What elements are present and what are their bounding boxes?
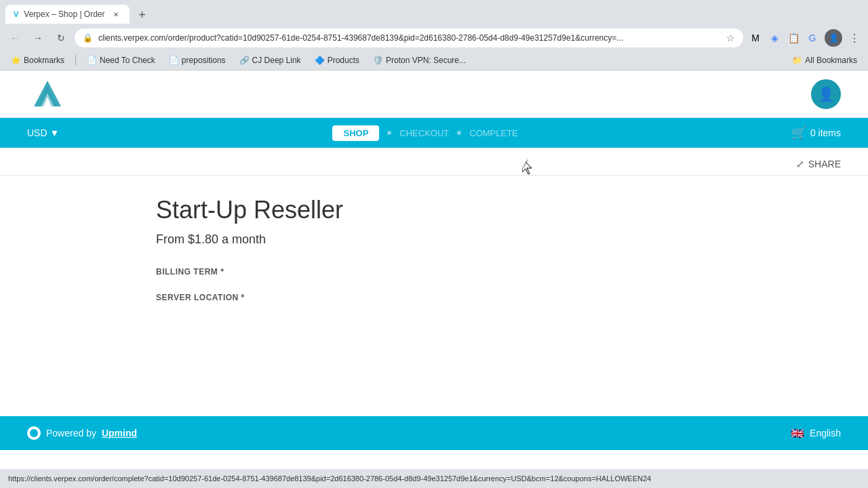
billing-term-label: BILLING TERM * <box>156 267 712 277</box>
ext-icon-4[interactable]: G <box>804 30 821 46</box>
bookmarks-folder-all-icon: 📁 <box>792 56 802 65</box>
address-icons: ☆ <box>726 33 735 43</box>
upmind-logo-icon <box>27 426 41 440</box>
price-suffix: a month <box>218 232 266 246</box>
price-prefix: From <box>156 232 188 246</box>
billing-term-group: BILLING TERM * <box>156 267 712 277</box>
tab-close-icon[interactable]: ✕ <box>111 9 121 20</box>
server-location-group: SERVER LOCATION * <box>156 293 712 302</box>
upmind-link[interactable]: Upmind <box>102 428 137 439</box>
bookmark-need-check-label: Need To Check <box>100 56 155 65</box>
cart-count: 0 items <box>810 127 841 138</box>
site-footer: Powered by Upmind 🇬🇧 English <box>0 416 868 450</box>
language-flag-icon: 🇬🇧 <box>791 427 804 440</box>
step-checkout[interactable]: CHECKOUT <box>399 128 449 138</box>
cart-icon: 🛒 <box>791 125 806 140</box>
product-price: From $1.80 a month <box>156 232 712 247</box>
bookmarks-folder-icon: ⭐ <box>11 56 21 65</box>
user-avatar-button[interactable]: 👤 <box>811 79 841 109</box>
site-header: 👤 <box>0 70 868 118</box>
bookmark-products[interactable]: 🔷 Products <box>309 54 365 66</box>
price-value: $1.80 <box>188 232 218 246</box>
tab-favicon: V <box>14 10 18 18</box>
share-bar: ⤢ SHARE <box>0 148 868 176</box>
bookmark-need-to-check[interactable]: 📄 Need To Check <box>81 54 161 66</box>
back-button[interactable]: ← <box>5 28 24 47</box>
bookmark-cj-icon: 🔗 <box>239 56 250 65</box>
address-bar-row: ← → ↻ 🔒 clients.verpex.com/order/product… <box>0 24 868 52</box>
lock-icon: 🔒 <box>83 33 93 43</box>
forward-button[interactable]: → <box>28 28 47 47</box>
currency-chevron-icon: ▼ <box>50 127 60 138</box>
server-location-label: SERVER LOCATION * <box>156 293 712 302</box>
step-complete[interactable]: COMPLETE <box>469 128 518 138</box>
bookmark-vpn-label: Proton VPN: Secure... <box>386 56 466 65</box>
share-label: SHARE <box>808 159 841 169</box>
menu-button[interactable]: ⋮ <box>846 29 863 47</box>
logo[interactable] <box>27 79 68 109</box>
new-tab-button[interactable]: + <box>134 6 151 24</box>
powered-by: Powered by Upmind <box>27 426 137 440</box>
bookmark-vpn-icon: 🛡️ <box>373 56 383 65</box>
currency-selector[interactable]: USD ▼ <box>27 127 59 138</box>
step-indicator: SHOP CHECKOUT COMPLETE <box>59 125 791 141</box>
bookmark-bookmarks[interactable]: ⭐ Bookmarks <box>5 54 70 66</box>
bookmark-doc-icon: 📄 <box>87 56 97 65</box>
bookmark-prep-icon: 📄 <box>169 56 179 65</box>
bookmark-products-icon: 🔷 <box>315 56 325 65</box>
gmail-ext-icon[interactable]: M <box>747 30 764 46</box>
main-area: ⤢ SHARE Start-Up Reseller From $1.80 a m… <box>0 148 868 339</box>
ext-icon-2[interactable]: ◈ <box>766 30 783 46</box>
active-tab[interactable]: V Verpex – Shop | Order ✕ <box>5 5 130 24</box>
language-selector[interactable]: 🇬🇧 English <box>791 427 841 440</box>
address-bar[interactable]: 🔒 clients.verpex.com/order/product?catid… <box>75 28 743 47</box>
bookmark-cj-deep-link[interactable]: 🔗 CJ Deep Link <box>234 54 307 66</box>
cart-area[interactable]: 🛒 0 items <box>791 125 841 140</box>
all-bookmarks-button[interactable]: 📁 All Bookmarks <box>787 54 863 66</box>
bookmark-cj-label: CJ Deep Link <box>252 56 301 65</box>
product-title: Start-Up Reseller <box>156 196 712 224</box>
bookmark-proton-vpn[interactable]: 🛡️ Proton VPN: Secure... <box>368 54 471 66</box>
bookmarks-bar: ⭐ Bookmarks 📄 Need To Check 📄 prepositio… <box>0 52 868 70</box>
step-dot-2 <box>457 131 461 135</box>
svg-point-2 <box>30 429 38 437</box>
extension-icons: M ◈ 📋 G <box>747 30 821 46</box>
bookmark-separator <box>75 55 76 66</box>
tab-title: Verpex – Shop | Order <box>24 9 104 19</box>
bookmark-prep-label: prepositions <box>182 56 226 65</box>
step-shop[interactable]: SHOP <box>332 125 379 141</box>
profile-avatar[interactable]: 👤 <box>825 29 842 47</box>
all-bookmarks-label: All Bookmarks <box>805 56 857 65</box>
currency-label: USD <box>27 127 47 138</box>
site-nav: USD ▼ SHOP CHECKOUT COMPLETE 🛒 0 items <box>0 118 868 148</box>
user-avatar-icon: 👤 <box>818 86 835 102</box>
status-bar: https://clients.verpex.com/order/complet… <box>0 469 868 488</box>
upmind-icon-svg <box>29 428 39 438</box>
page-content: 👤 USD ▼ SHOP CHECKOUT COMPLETE 🛒 0 items… <box>0 70 868 469</box>
reload-button[interactable]: ↻ <box>52 28 71 47</box>
step-dot-1 <box>387 131 391 135</box>
product-section: Start-Up Reseller From $1.80 a month BIL… <box>129 176 739 339</box>
powered-by-text: Powered by <box>46 428 96 439</box>
bookmark-star-icon[interactable]: ☆ <box>726 33 735 43</box>
bookmark-products-label: Products <box>328 56 359 65</box>
language-label: English <box>810 428 841 439</box>
url-text: clients.verpex.com/order/product?catid=1… <box>98 33 721 43</box>
tab-list: V Verpex – Shop | Order ✕ + <box>5 5 863 24</box>
bookmark-label: Bookmarks <box>24 56 64 65</box>
verpex-logo-svg <box>27 79 68 109</box>
status-url-text: https://clients.verpex.com/order/complet… <box>8 474 860 483</box>
share-button[interactable]: ⤢ SHARE <box>796 159 841 169</box>
ext-icon-3[interactable]: 📋 <box>785 30 802 46</box>
tab-bar: V Verpex – Shop | Order ✕ + <box>0 0 868 24</box>
bookmark-prepositions[interactable]: 📄 prepositions <box>163 54 231 66</box>
share-icon: ⤢ <box>796 159 804 169</box>
